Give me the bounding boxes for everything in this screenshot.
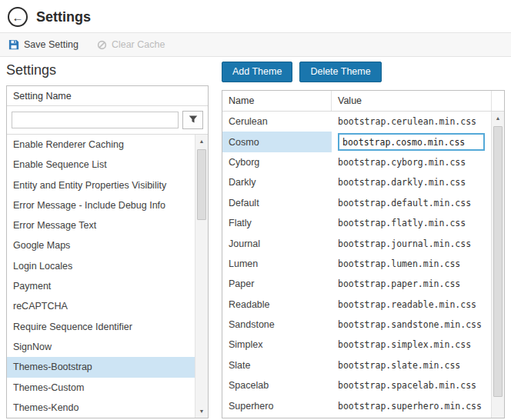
theme-value-cell[interactable]: bootstrap.flatly.min.css — [332, 213, 491, 233]
settings-section-title: Settings — [6, 62, 209, 78]
theme-name-cell[interactable]: Readable — [222, 295, 332, 315]
scrollbar-thumb[interactable] — [197, 149, 206, 220]
setting-list-item[interactable]: Error Message Text — [7, 215, 195, 235]
themes-rows: Ceruleanbootstrap.cerulean.min.cssCosmoC… — [222, 112, 491, 418]
theme-row: Cosmo — [222, 132, 491, 152]
theme-actions: Add Theme Delete Theme — [222, 62, 505, 82]
setting-list-item[interactable]: Google Maps — [7, 235, 195, 255]
scroll-up-icon[interactable]: ▲ — [492, 112, 504, 125]
theme-value-cell[interactable]: bootstrap.spacelab.min.css — [332, 375, 491, 395]
theme-name-cell[interactable]: Simplex — [222, 335, 332, 355]
theme-name-cell[interactable]: Slate — [222, 355, 332, 375]
themes-grid: Name Value Ceruleanbootstrap.cerulean.mi… — [222, 90, 505, 418]
scrollbar-track[interactable] — [195, 148, 208, 405]
name-column-header: Name — [222, 91, 332, 111]
theme-value-cell[interactable]: bootstrap.cyborg.min.css — [332, 152, 491, 172]
themes-grid-body: Ceruleanbootstrap.cerulean.min.cssCosmoC… — [222, 112, 504, 418]
value-column-header: Value — [332, 91, 491, 111]
theme-row: Superherobootstrap.superhero.min.css — [222, 395, 491, 415]
theme-name-cell[interactable]: Sandstone — [222, 315, 332, 335]
toolbar: Save Setting Clear Cache — [0, 32, 511, 57]
back-arrow-icon: ← — [12, 11, 24, 24]
save-setting-label: Save Setting — [24, 39, 78, 50]
theme-value-cell[interactable] — [332, 132, 491, 152]
setting-list-item[interactable]: Payment — [7, 276, 195, 296]
theme-row: Lumenbootstrap.lumen.min.css — [222, 254, 491, 274]
setting-list-item[interactable]: SignNow — [7, 337, 195, 357]
theme-row: Spacelabbootstrap.spacelab.min.css — [222, 375, 491, 395]
theme-row: Cyborgbootstrap.cyborg.min.css — [222, 152, 491, 172]
theme-name-cell[interactable]: Darkly — [222, 172, 332, 192]
theme-row: Simplexbootstrap.simplex.min.css — [222, 335, 491, 355]
theme-value-cell[interactable]: bootstrap.journal.min.css — [332, 233, 491, 253]
setting-list-item[interactable]: Entity and Entity Properties Visibility — [7, 175, 195, 195]
theme-name-cell[interactable]: Cyborg — [222, 152, 332, 172]
page-header: ← Settings — [0, 0, 511, 32]
scroll-down-icon[interactable]: ▼ — [195, 405, 208, 418]
setting-list-item[interactable]: Themes-Custom — [7, 378, 195, 398]
themes-panel: Add Theme Delete Theme Name Value Cerule… — [222, 61, 505, 418]
setting-list-item[interactable]: Require Sequence Identifier — [7, 317, 195, 337]
header-spacer — [491, 91, 504, 111]
setting-list-item[interactable]: reCAPTCHA — [7, 296, 195, 316]
theme-row: Ceruleanbootstrap.cerulean.min.css — [222, 112, 491, 132]
themes-scrollbar[interactable]: ▲ — [491, 112, 504, 418]
theme-name-cell[interactable]: Lumen — [222, 254, 332, 274]
theme-name-cell[interactable]: Spacelab — [222, 375, 332, 395]
theme-name-cell[interactable]: Default — [222, 193, 332, 213]
clear-cache-button[interactable]: Clear Cache — [97, 39, 165, 50]
filter-input[interactable] — [12, 112, 179, 128]
settings-list: Enable Renderer CachingEnable Sequence L… — [7, 135, 195, 418]
funnel-icon — [189, 115, 198, 126]
theme-value-cell[interactable]: bootstrap.darkly.min.css — [332, 172, 491, 192]
theme-name-cell[interactable]: Cerulean — [222, 112, 332, 132]
theme-name-cell[interactable]: Superhero — [222, 395, 332, 415]
clear-cache-icon — [97, 40, 107, 50]
setting-list-item[interactable]: Themes-Kendo — [7, 398, 195, 418]
save-setting-button[interactable]: Save Setting — [8, 39, 78, 50]
theme-row: Readablebootstrap.readable.min.css — [222, 295, 491, 315]
scrollbar-thumb[interactable] — [493, 126, 503, 397]
theme-value-cell[interactable]: bootstrap.paper.min.css — [332, 274, 491, 294]
page-title: Settings — [36, 9, 91, 25]
theme-name-cell[interactable]: Paper — [222, 274, 332, 294]
delete-theme-button[interactable]: Delete Theme — [299, 62, 381, 82]
clear-cache-label: Clear Cache — [112, 39, 165, 50]
settings-list-area: Enable Renderer CachingEnable Sequence L… — [7, 135, 208, 418]
setting-list-item[interactable]: Login Locales — [7, 256, 195, 276]
theme-value-cell[interactable]: bootstrap.default.min.css — [332, 193, 491, 213]
theme-row: Paperbootstrap.paper.min.css — [222, 274, 491, 294]
filter-button[interactable] — [182, 111, 203, 129]
theme-row: Darklybootstrap.darkly.min.css — [222, 172, 491, 192]
theme-value-editor[interactable] — [338, 133, 485, 151]
theme-value-cell[interactable]: bootstrap.slate.min.css — [332, 355, 491, 375]
add-theme-button[interactable]: Add Theme — [222, 62, 292, 82]
back-button[interactable]: ← — [8, 7, 28, 27]
filter-row — [7, 106, 208, 135]
setting-list-item[interactable]: Error Message - Include Debug Info — [7, 195, 195, 215]
theme-name-cell[interactable]: Flatly — [222, 213, 332, 233]
scroll-up-icon[interactable]: ▲ — [195, 135, 208, 148]
scrollbar-track[interactable] — [492, 125, 504, 418]
theme-row: Slatebootstrap.slate.min.css — [222, 355, 491, 375]
settings-scrollbar[interactable]: ▲ ▼ — [195, 135, 208, 418]
theme-row: Sandstonebootstrap.sandstone.min.css — [222, 315, 491, 335]
setting-list-item[interactable]: Themes-Bootstrap — [7, 357, 195, 377]
theme-row: Journalbootstrap.journal.min.css — [222, 233, 491, 253]
theme-value-cell[interactable]: bootstrap.simplex.min.css — [332, 335, 491, 355]
theme-row: Defaultbootstrap.default.min.css — [222, 193, 491, 213]
save-icon — [8, 39, 19, 50]
theme-value-cell[interactable]: bootstrap.readable.min.css — [332, 295, 491, 315]
theme-value-cell[interactable]: bootstrap.cerulean.min.css — [332, 112, 491, 132]
settings-panel: Settings Setting Name Enable Renderer Ca… — [6, 61, 209, 418]
setting-list-item[interactable]: Enable Renderer Caching — [7, 135, 195, 155]
theme-value-cell[interactable]: bootstrap.lumen.min.css — [332, 254, 491, 274]
setting-list-item[interactable]: Enable Sequence List — [7, 155, 195, 175]
setting-name-column-header: Setting Name — [7, 86, 208, 106]
theme-name-cell[interactable]: Journal — [222, 233, 332, 253]
themes-grid-header: Name Value — [222, 91, 504, 112]
theme-value-cell[interactable]: bootstrap.sandstone.min.css — [332, 315, 491, 335]
settings-grid: Setting Name Enable Renderer CachingEnab… — [6, 85, 209, 418]
theme-value-cell[interactable]: bootstrap.superhero.min.css — [332, 395, 491, 415]
theme-name-cell[interactable]: Cosmo — [222, 132, 332, 152]
